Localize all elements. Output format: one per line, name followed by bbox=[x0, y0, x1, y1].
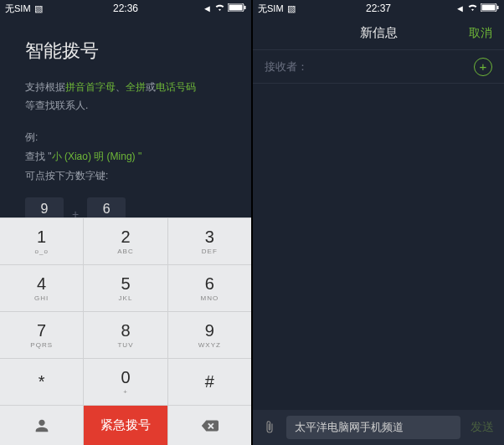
key-6[interactable]: 6MNO bbox=[168, 264, 251, 311]
key-3[interactable]: 3DEF bbox=[168, 217, 251, 264]
svg-rect-4 bbox=[482, 5, 496, 11]
compose-bar: 太平洋电脑网手机频道 发送 bbox=[253, 410, 504, 445]
key-hash[interactable]: # bbox=[168, 358, 251, 405]
recipient-label: 接收者： bbox=[265, 59, 308, 74]
battery-icon bbox=[481, 3, 499, 13]
mute-icon: ◄ bbox=[455, 3, 465, 13]
contacts-button[interactable] bbox=[0, 405, 84, 445]
key-7[interactable]: 7PQRS bbox=[0, 311, 84, 358]
key-8[interactable]: 8TUV bbox=[84, 311, 167, 358]
key-5[interactable]: 5JKL bbox=[84, 264, 167, 311]
carrier-label: 无SIM bbox=[258, 3, 284, 15]
svg-rect-1 bbox=[229, 5, 243, 11]
person-icon bbox=[33, 417, 51, 435]
picture-icon: ▧ bbox=[287, 3, 296, 14]
status-time: 22:36 bbox=[113, 3, 138, 14]
send-button[interactable]: 发送 bbox=[465, 420, 499, 435]
status-time: 22:37 bbox=[366, 3, 391, 14]
wifi-icon bbox=[214, 3, 225, 13]
svg-rect-5 bbox=[497, 6, 499, 9]
backspace-button[interactable] bbox=[168, 405, 251, 445]
backspace-icon bbox=[200, 417, 219, 435]
dialer-example: 例: 查找 "小 (Xiao) 明 (Ming) " 可点按下方数字键: 9 W… bbox=[25, 128, 226, 232]
dialer-description: 支持根据拼音首字母、全拼或电话号码等查找联系人. bbox=[25, 79, 226, 115]
cancel-button[interactable]: 取消 bbox=[469, 26, 492, 41]
attach-button[interactable] bbox=[258, 420, 281, 435]
dialer-title: 智能拨号 bbox=[25, 38, 226, 64]
message-input[interactable]: 太平洋电脑网手机频道 bbox=[286, 416, 460, 439]
key-0[interactable]: 0+ bbox=[84, 358, 167, 405]
dial-keypad: 1o_o 2ABC 3DEF 4GHI 5JKL 6MNO 7PQRS 8TUV… bbox=[0, 217, 251, 445]
dialer-info-panel: 智能拨号 支持根据拼音首字母、全拼或电话号码等查找联系人. 例: 查找 "小 (… bbox=[0, 17, 251, 249]
new-message-screen: 无SIM ▧ 22:37 ◄ 新信息 取消 接收者： + 太平洋电脑网手机频道 bbox=[253, 0, 504, 445]
recipient-row[interactable]: 接收者： + bbox=[253, 50, 504, 84]
carrier-label: 无SIM bbox=[5, 3, 31, 15]
key-9[interactable]: 9WXYZ bbox=[168, 311, 251, 358]
picture-icon: ▧ bbox=[34, 3, 43, 14]
status-bar: 无SIM ▧ 22:37 ◄ bbox=[253, 0, 504, 17]
key-4[interactable]: 4GHI bbox=[0, 264, 84, 311]
wifi-icon bbox=[467, 3, 478, 13]
nav-title: 新信息 bbox=[360, 25, 398, 41]
paperclip-icon bbox=[262, 420, 277, 435]
message-navbar: 新信息 取消 bbox=[253, 17, 504, 50]
key-2[interactable]: 2ABC bbox=[84, 217, 167, 264]
status-bar: 无SIM ▧ 22:36 ◄ bbox=[0, 0, 251, 17]
battery-icon bbox=[228, 3, 246, 13]
svg-rect-2 bbox=[244, 6, 246, 9]
key-star[interactable]: * bbox=[0, 358, 84, 405]
add-recipient-button[interactable]: + bbox=[474, 58, 492, 76]
mute-icon: ◄ bbox=[203, 3, 212, 13]
dialer-screen: 无SIM ▧ 22:36 ◄ 智能拨号 支持根据拼音首字母、全拼或电话号码等查找… bbox=[0, 0, 251, 445]
plus-icon: + bbox=[480, 60, 487, 73]
emergency-call-button[interactable]: 紧急拨号 bbox=[84, 405, 167, 445]
key-1[interactable]: 1o_o bbox=[0, 217, 84, 264]
